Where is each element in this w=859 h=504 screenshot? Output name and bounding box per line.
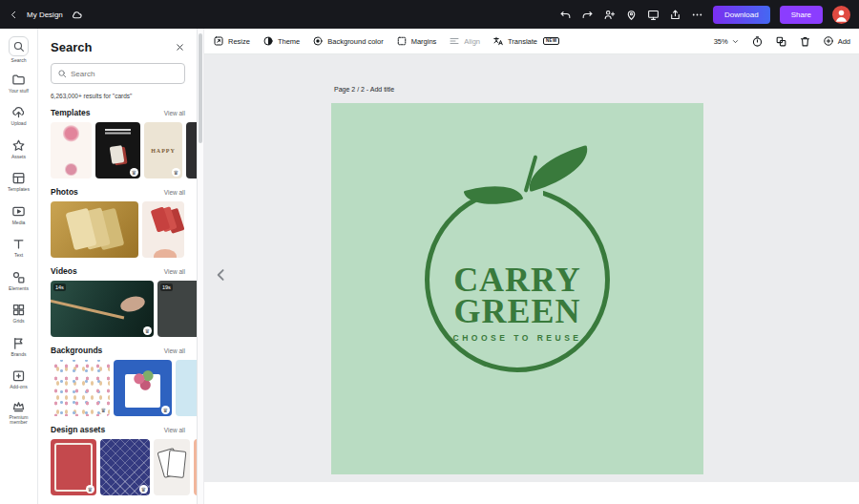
view-all-link[interactable]: View all <box>164 110 185 116</box>
margins-button[interactable]: Margins <box>396 35 437 47</box>
video-thumbnail[interactable]: 14s ♛ <box>51 281 154 337</box>
view-all-link[interactable]: View all <box>164 189 185 196</box>
sidebar-item-search[interactable]: Search <box>0 33 37 67</box>
photo-thumbnail[interactable] <box>51 201 138 258</box>
star-icon <box>11 138 26 153</box>
margins-icon <box>396 35 408 47</box>
panel-scrollbar[interactable] <box>198 29 204 504</box>
align-icon <box>449 35 460 47</box>
chevron-down-icon <box>731 37 740 46</box>
design-asset-thumbnail[interactable]: ♛ <box>51 439 96 495</box>
theme-button[interactable]: Theme <box>262 35 300 47</box>
redo-icon[interactable] <box>581 9 594 21</box>
sidebar-item-elements[interactable]: Elements <box>0 264 37 298</box>
sidebar-item-upload[interactable]: Upload <box>0 99 37 133</box>
scrollbar-thumb[interactable] <box>199 33 202 143</box>
upload-icon <box>11 105 26 119</box>
timer-icon[interactable] <box>751 35 764 48</box>
background-color-button[interactable]: Background color <box>312 35 383 47</box>
translate-button[interactable]: Translate NEW <box>492 35 559 47</box>
search-icon <box>9 36 29 56</box>
folder-icon <box>11 73 26 87</box>
canvas-workspace[interactable]: Page 2 / 2 - Add title CARRY GREEN CHOOS… <box>204 54 859 482</box>
video-thumbnail[interactable]: 19s <box>157 281 198 337</box>
resize-icon <box>213 35 224 47</box>
page-indicator[interactable]: Page 2 / 2 - Add title <box>334 86 394 93</box>
view-all-link[interactable]: View all <box>164 427 185 433</box>
tool-label: Theme <box>278 37 300 46</box>
sidebar-item-label: Assets <box>1 155 37 160</box>
section-title: Templates <box>51 108 90 117</box>
design-title[interactable]: My Design <box>27 10 63 19</box>
search-icon <box>57 69 67 78</box>
add-circle-icon <box>823 35 834 47</box>
sidebar-item-brands[interactable]: Brands <box>0 330 37 364</box>
section-design-assets: Design assets View all ♛ ♛ <box>51 425 197 495</box>
cloud-sync-icon[interactable] <box>71 9 83 21</box>
shapes-icon <box>11 270 26 284</box>
section-photos: Photos View all <box>51 187 197 258</box>
section-templates: Templates View all ♛ HAPPY♛ <box>51 108 197 178</box>
download-button[interactable]: Download <box>713 6 770 24</box>
template-thumbnail[interactable]: ♛ <box>95 122 140 178</box>
collaborate-icon[interactable] <box>603 9 616 21</box>
templates-icon <box>11 171 26 185</box>
add-page-button[interactable]: Add <box>823 35 850 47</box>
view-all-link[interactable]: View all <box>164 347 185 354</box>
undo-icon[interactable] <box>559 9 572 21</box>
text-icon <box>11 237 26 251</box>
position-icon[interactable] <box>775 35 787 48</box>
results-count: 6,263,000+ results for "cards" <box>51 93 197 99</box>
zoom-value: 35% <box>714 37 728 46</box>
sidebar-item-templates[interactable]: Templates <box>0 165 37 199</box>
share-button[interactable]: Share <box>780 6 823 24</box>
section-title: Backgrounds <box>51 346 102 355</box>
close-icon[interactable] <box>175 42 185 52</box>
photo-thumbnail[interactable] <box>142 201 184 258</box>
sidebar-item-media[interactable]: Media <box>0 199 37 232</box>
template-thumbnail[interactable] <box>186 122 198 178</box>
back-icon[interactable] <box>9 10 19 20</box>
share-export-icon[interactable] <box>669 9 681 21</box>
pro-badge-icon: ♛ <box>139 485 148 494</box>
present-icon[interactable] <box>647 9 660 21</box>
sidebar-item-premium-member[interactable]: Premium member <box>0 396 37 430</box>
sidebar-item-label: Brands <box>1 352 37 358</box>
search-input-box[interactable] <box>51 63 185 84</box>
design-asset-thumbnail[interactable] <box>154 439 190 495</box>
canvas-toolbar: Resize Theme Background color Margins Al… <box>204 29 859 54</box>
search-input[interactable] <box>71 70 178 78</box>
avatar[interactable] <box>832 6 850 24</box>
pro-badge-icon: ♛ <box>86 485 94 494</box>
sidebar-item-grids[interactable]: Grids <box>0 297 37 330</box>
grid-icon <box>11 303 26 317</box>
tool-label: Align <box>464 37 480 46</box>
resize-button[interactable]: Resize <box>213 35 250 47</box>
sidebar-item-add-ons[interactable]: Add-ons <box>0 363 37 396</box>
design-asset-thumbnail[interactable]: ♛ <box>100 439 150 495</box>
more-options-icon[interactable] <box>691 9 703 21</box>
background-thumbnail[interactable]: ♛ <box>114 360 172 416</box>
previous-page-chevron-icon[interactable] <box>213 261 229 289</box>
sidebar-item-your-stuff[interactable]: Your stuff <box>0 67 37 100</box>
section-backgrounds: Backgrounds View all ♛ ♛ <box>51 346 197 416</box>
zoom-control[interactable]: 35% <box>714 37 740 46</box>
new-badge: NEW <box>543 37 559 46</box>
section-videos: Videos View all 14s ♛ 19s <box>51 266 197 337</box>
canvas-page[interactable]: CARRY GREEN CHOOSE TO REUSE <box>331 103 703 474</box>
tool-label: Translate <box>508 37 537 46</box>
align-button[interactable]: Align <box>449 35 480 47</box>
background-thumbnail[interactable] <box>176 360 198 416</box>
pro-badge-icon: ♛ <box>143 326 152 335</box>
location-pin-icon[interactable] <box>625 9 638 21</box>
background-thumbnail[interactable]: ♛ <box>51 360 110 416</box>
template-thumbnail[interactable] <box>51 122 92 178</box>
view-all-link[interactable]: View all <box>164 268 185 275</box>
sidebar-item-text[interactable]: Text <box>0 231 37 264</box>
sidebar-item-assets[interactable]: Assets <box>0 133 37 166</box>
panel-title: Search <box>51 40 92 54</box>
template-thumbnail[interactable]: HAPPY♛ <box>144 122 182 178</box>
trash-icon[interactable] <box>799 35 811 48</box>
editor-main: Resize Theme Background color Margins Al… <box>204 29 859 504</box>
sidebar-item-label: Upload <box>1 121 37 127</box>
